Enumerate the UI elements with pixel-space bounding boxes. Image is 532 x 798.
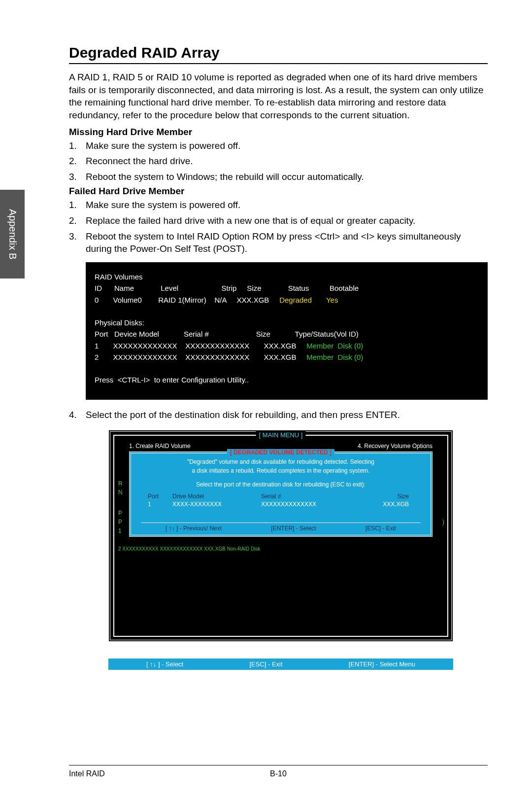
table-header: Port Drive Model Serial # Size (148, 493, 414, 500)
dialog-table: Port Drive Model Serial # Size 1 XXXX-XX… (141, 493, 421, 508)
section1-heading: Missing Hard Drive Member (69, 127, 488, 138)
menu-row: 1. Create RAID Volume 4. Recovery Volume… (114, 438, 447, 450)
footer-hint: [ESC] - Exit (249, 660, 282, 668)
dialog-footer: [ ↑↓ ] - Previous/ Next [ENTER] - Select… (141, 522, 421, 532)
dialog-text: a disk initiates a rebuild. Rebuild comp… (141, 467, 421, 474)
list-item: 1.Make sure the system is powered off. (69, 139, 488, 152)
raid-volumes-label: RAID Volumes (95, 271, 479, 282)
section1-steps: 1.Make sure the system is powered off. 2… (69, 139, 488, 183)
physical-disks-label: Physical Disks: (95, 317, 479, 328)
footer-hint: [ENTER] - Select Menu (349, 660, 415, 668)
section2-steps: 1.Make sure the system is powered off. 2… (69, 199, 488, 255)
footer-bar: [ ↑↓ ] - Select [ESC] - Exit [ENTER] - S… (108, 659, 453, 670)
table-row: 1 XXXX-XXXXXXXX XXXXXXXXXXXXXX XXX.XGB (148, 501, 414, 508)
footer-hint: [ ↑↓ ] - Select (146, 660, 183, 668)
table-row: 0 Volume0 RAID 1(Mirror) N/A XXX.XGB Deg… (95, 294, 479, 306)
page-number: B-10 (208, 769, 348, 778)
list-item: 3.Reboot the system to Intel RAID Option… (69, 230, 488, 255)
list-item: 3.Reboot the system to Windows; the rebu… (69, 171, 488, 183)
table-header: ID Name Level Strip Size Status Bootable (95, 282, 479, 294)
side-tab: Appendix B (0, 190, 25, 278)
list-item: 1.Make sure the system is powered off. (69, 199, 488, 211)
list-item: 2.Replace the failed hard drive with a n… (69, 214, 488, 227)
list-item: 4.Select the port of the destination dis… (69, 409, 488, 421)
press-ctrl-i: Press <CTRL-I> to enter Configuration Ut… (95, 374, 479, 385)
intro-paragraph: A RAID 1, RAID 5 or RAID 10 volume is re… (69, 71, 488, 122)
bios-screenshot-2-wrap: [ MAIN MENU ] 1. Create RAID Volume 4. R… (108, 430, 453, 670)
degraded-dialog: [ DEGRADED VOLUME DETECTED ] "Degraded" … (129, 451, 432, 537)
list-item: 2.Reconnect the hard drive. (69, 155, 488, 168)
bg-text: P (118, 510, 122, 517)
bg-text: R (118, 480, 123, 487)
section2-heading: Failed Hard Drive Member (69, 186, 488, 197)
main-menu-label: [ MAIN MENU ] (256, 431, 306, 439)
page-footer: Intel RAID B-10 (69, 765, 488, 778)
menu-item: 4. Recovery Volume Options (358, 443, 432, 450)
bg-text: 2 XXXXXXXXXXX XXXXXXXXXXXXX XXX.XGB Non-… (118, 546, 443, 552)
bg-text: P (118, 519, 122, 525)
page-title: Degraded RAID Array (69, 44, 488, 64)
table-row: 2 XXXXXXXXXXXXX XXXXXXXXXXXXX XXX.XGB Me… (95, 351, 479, 363)
page-content: Degraded RAID Array A RAID 1, RAID 5 or … (0, 0, 532, 698)
menu-item: 1. Create RAID Volume (129, 443, 191, 450)
bios-screenshot-2: [ MAIN MENU ] 1. Create RAID Volume 4. R… (108, 430, 453, 642)
dialog-text: Select the port of the destination disk … (141, 481, 421, 488)
table-header: Port Device Model Serial # Size Type/Sta… (95, 328, 479, 340)
bg-text: N (118, 489, 123, 496)
bg-text: ) (442, 519, 444, 525)
footer-left: Intel RAID (69, 769, 208, 778)
bios-screenshot-1: RAID Volumes ID Name Level Strip Size St… (86, 262, 488, 400)
section2-steps-continued: 4.Select the port of the destination dis… (69, 409, 488, 421)
bg-text: 1 (118, 527, 122, 534)
dialog-title: [ DEGRADED VOLUME DETECTED ] (227, 449, 334, 456)
dialog-text: "Degraded" volume and disk available for… (141, 458, 421, 465)
table-row: 1 XXXXXXXXXXXXX XXXXXXXXXXXXX XXX.XGB Me… (95, 340, 479, 351)
